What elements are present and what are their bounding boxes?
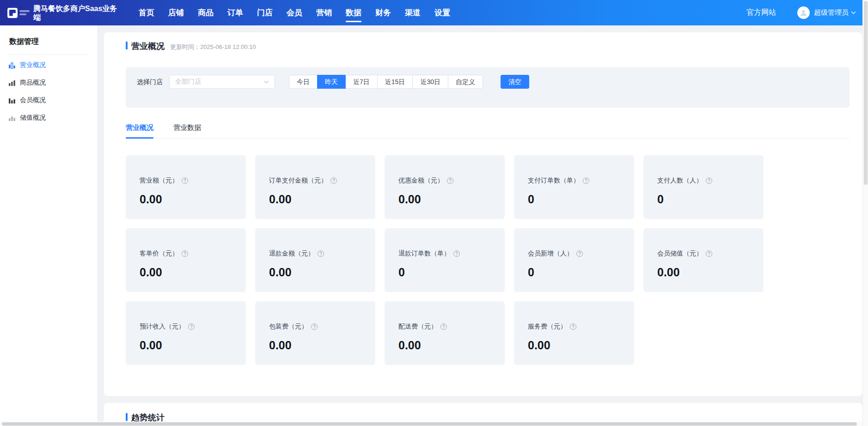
nav-item-marketing[interactable]: 营销 [316, 0, 332, 25]
nav-item-product[interactable]: 商品 [198, 0, 214, 25]
stat-label: 订单支付金额（元）? [269, 176, 368, 185]
filter-bar: 选择门店 全部门店 今日 昨天 近7日 近15日 近30日 自定义 清空 [126, 67, 850, 108]
date-range-button-7d[interactable]: 近7日 [345, 75, 378, 89]
stat-card: 服务费（元）? 0.00 [514, 301, 634, 365]
stat-value: 0.00 [398, 193, 497, 206]
nav-item-channel[interactable]: 渠道 [405, 0, 421, 25]
help-icon[interactable]: ? [583, 177, 589, 184]
nav-item-home[interactable]: 首页 [139, 0, 154, 25]
nav-item-member[interactable]: 会员 [287, 0, 302, 25]
sidebar-item-label: 营业概况 [20, 61, 46, 69]
nav-item-finance[interactable]: 财务 [375, 0, 391, 25]
stat-label: 退款订单数（单）? [398, 250, 497, 258]
sidebar-divider [9, 55, 89, 55]
stat-card: 客单价（元）? 0.00 [126, 228, 246, 292]
nav-right: 官方网站 超级管理员 [746, 6, 856, 19]
help-icon[interactable]: ? [182, 250, 188, 257]
help-icon[interactable]: ? [330, 177, 337, 184]
stat-label: 会员储值（元）? [657, 250, 756, 258]
stat-label: 退款金额（元）? [269, 250, 368, 258]
date-range-button-today[interactable]: 今日 [289, 75, 318, 89]
vertical-scrollbar-thumb[interactable] [864, 1, 868, 185]
help-icon[interactable]: ? [453, 250, 460, 257]
chevron-down-icon[interactable] [851, 11, 856, 14]
stat-label: 会员新增（人）? [528, 250, 627, 258]
date-range-button-custom[interactable]: 自定义 [448, 75, 483, 89]
section-title: 营业概况 [131, 41, 165, 52]
nav-item-order[interactable]: 订单 [227, 0, 243, 25]
app-title: 腾马餐饮多商户Saas业务端 [33, 4, 119, 22]
stat-value: 0.00 [398, 339, 497, 352]
clear-button[interactable]: 清空 [501, 75, 529, 89]
update-time: 更新时间：2025-06-18 12:00:10 [170, 43, 256, 51]
sidebar-item-label: 储值概况 [20, 114, 46, 122]
sidebar-item-label: 商品概况 [20, 79, 46, 87]
stat-label: 客单价（元）? [140, 250, 238, 258]
date-range-button-30d[interactable]: 近30日 [412, 75, 448, 89]
stat-value: 0 [528, 193, 627, 206]
date-range-button-15d[interactable]: 近15日 [377, 75, 413, 89]
store-select[interactable]: 全部门店 [169, 75, 275, 89]
sidebar-item-business-overview[interactable]: 营业概况 [0, 56, 97, 74]
tab-business-overview[interactable]: 营业概况 [126, 123, 153, 138]
stat-value: 0.00 [140, 266, 238, 279]
date-range-group: 今日 昨天 近7日 近15日 近30日 自定义 [289, 75, 483, 89]
store-select-label: 选择门店 [137, 75, 163, 89]
sidebar-item-member-overview[interactable]: 会员概况 [0, 91, 97, 109]
stat-card: 支付人数（人）? 0 [643, 155, 764, 219]
stat-value: 0.00 [140, 339, 238, 352]
section-head: 营业概况 更新时间：2025-06-18 12:00:10 [126, 41, 850, 50]
help-icon[interactable]: ? [440, 323, 447, 330]
avatar[interactable] [797, 6, 810, 19]
help-icon[interactable]: ? [311, 323, 318, 330]
business-overview-panel: 营业概况 更新时间：2025-06-18 12:00:10 选择门店 全部门店 … [104, 32, 862, 396]
horizontal-scrollbar [0, 421, 862, 426]
nav-item-settings[interactable]: 设置 [434, 0, 450, 25]
help-icon[interactable]: ? [706, 177, 712, 184]
sidebar-item-product-overview[interactable]: 商品概况 [0, 74, 97, 91]
top-nav: 腾马餐饮多商户Saas业务端 首页 店铺 商品 订单 门店 会员 营销 数据 财… [0, 0, 868, 25]
section-title-bar [126, 42, 128, 49]
stat-value: 0 [398, 266, 497, 279]
stats-grid: 营业额（元）? 0.00 订单支付金额（元）? 0.00 优惠金额（元）? 0.… [126, 155, 850, 365]
stat-card: 预计收入（元）? 0.00 [126, 301, 246, 365]
help-icon[interactable]: ? [570, 323, 576, 330]
official-site-link[interactable]: 官方网站 [746, 8, 776, 18]
vertical-scrollbar [862, 0, 868, 426]
horizontal-scrollbar-thumb[interactable] [2, 422, 857, 426]
stat-value: 0 [528, 266, 627, 279]
help-icon[interactable]: ? [188, 323, 195, 330]
logo [7, 8, 18, 18]
sidebar-item-stored-value-overview[interactable]: 储值概况 [0, 109, 97, 127]
stat-label: 配送费（元）? [398, 323, 497, 331]
main-content: 营业概况 更新时间：2025-06-18 12:00:10 选择门店 全部门店 … [97, 25, 868, 426]
nav-menu: 首页 店铺 商品 订单 门店 会员 营销 数据 财务 渠道 设置 [139, 0, 450, 25]
section-title-bar [126, 413, 128, 421]
stat-card: 包装费（元）? 0.00 [255, 301, 375, 365]
help-icon[interactable]: ? [318, 250, 324, 257]
chevron-down-icon [264, 80, 269, 84]
stat-card: 订单支付金额（元）? 0.00 [255, 155, 375, 219]
stat-card: 优惠金额（元）? 0.00 [385, 155, 505, 219]
stat-label: 包装费（元）? [269, 323, 368, 331]
help-icon[interactable]: ? [182, 177, 188, 184]
tab-business-data[interactable]: 营业数据 [173, 123, 201, 138]
stat-value: 0.00 [269, 339, 368, 352]
date-range-button-yesterday[interactable]: 昨天 [317, 75, 346, 89]
stat-value: 0.00 [657, 266, 756, 279]
nav-item-data[interactable]: 数据 [346, 0, 361, 25]
stat-label: 服务费（元）? [528, 323, 627, 331]
stat-label: 优惠金额（元）? [398, 176, 497, 185]
nav-item-store[interactable]: 门店 [257, 0, 273, 25]
store-select-placeholder: 全部门店 [175, 78, 264, 86]
stat-card: 支付订单数（单）? 0 [514, 155, 634, 219]
stat-value: 0.00 [140, 193, 238, 206]
logo-subtext [19, 10, 30, 15]
username[interactable]: 超级管理员 [814, 8, 849, 17]
help-icon[interactable]: ? [706, 250, 712, 257]
stat-value: 0 [657, 193, 756, 206]
bar-chart-icon [8, 79, 16, 86]
help-icon[interactable]: ? [576, 250, 583, 257]
nav-item-shop[interactable]: 店铺 [168, 0, 184, 25]
help-icon[interactable]: ? [447, 177, 453, 184]
